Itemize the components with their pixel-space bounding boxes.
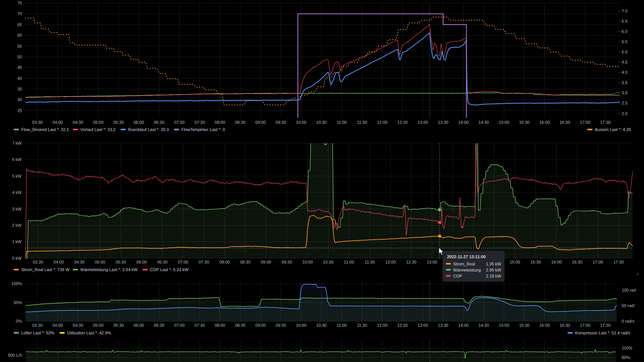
svg-text:0 rad/s: 0 rad/s xyxy=(622,319,635,323)
svg-text:Wärmeleistung: Wärmeleistung xyxy=(453,268,481,272)
svg-text:05:30: 05:30 xyxy=(113,120,124,125)
svg-text:40: 40 xyxy=(17,76,22,81)
svg-text:17:30: 17:30 xyxy=(613,260,624,264)
svg-text:12:00: 12:00 xyxy=(377,120,388,125)
svg-text:Lüfter Last *: 53%: Lüfter Last *: 53% xyxy=(21,331,55,335)
svg-text:08:30: 08:30 xyxy=(240,260,251,264)
svg-text:4.5: 4.5 xyxy=(622,60,627,64)
svg-text:12:00: 12:00 xyxy=(377,323,388,328)
svg-text:FlowTempHwc Last *: 0: FlowTempHwc Last *: 0 xyxy=(181,127,225,132)
svg-text:5.5: 5.5 xyxy=(622,39,627,44)
svg-text:100%: 100% xyxy=(622,346,632,350)
svg-text:17:00: 17:00 xyxy=(580,120,591,125)
svg-text:13:30: 13:30 xyxy=(438,323,449,328)
svg-text:15:00: 15:00 xyxy=(499,323,510,328)
svg-text:Aussen Last *: 4.29: Aussen Last *: 4.29 xyxy=(595,127,631,132)
svg-text:1 kW: 1 kW xyxy=(12,239,22,244)
svg-text:65: 65 xyxy=(17,22,22,27)
svg-text:08:00: 08:00 xyxy=(215,120,225,125)
svg-text:12:00: 12:00 xyxy=(385,260,396,264)
svg-text:03:30: 03:30 xyxy=(33,260,43,264)
svg-text:10:30: 10:30 xyxy=(316,323,327,328)
svg-text:Wärmeleistung Last *: 3.94 kW: Wärmeleistung Last *: 3.94 kW xyxy=(80,267,138,272)
svg-text:50: 50 xyxy=(17,55,22,59)
svg-text:05:00: 05:00 xyxy=(93,323,104,328)
svg-text:5 kW: 5 kW xyxy=(12,174,22,178)
svg-text:Vorlauf Last *: 33.2: Vorlauf Last *: 33.2 xyxy=(80,127,116,132)
svg-text:13:00: 13:00 xyxy=(417,323,428,328)
svg-text:17:30: 17:30 xyxy=(600,323,611,328)
svg-text:3.0: 3.0 xyxy=(622,90,627,95)
svg-text:08:00: 08:00 xyxy=(215,323,225,328)
svg-text:Flow_Desired Last *: 32.1: Flow_Desired Last *: 32.1 xyxy=(21,127,69,132)
svg-text:08:30: 08:30 xyxy=(235,323,245,328)
svg-text:0 kW: 0 kW xyxy=(12,256,22,261)
svg-text:2.18 kW: 2.18 kW xyxy=(486,274,502,278)
svg-text:80%: 80% xyxy=(622,355,630,360)
svg-text:09:00: 09:00 xyxy=(255,120,266,125)
svg-text:16:00: 16:00 xyxy=(539,323,550,328)
svg-text:70: 70 xyxy=(17,11,22,16)
svg-text:13:00: 13:00 xyxy=(417,120,428,125)
svg-text:07:00: 07:00 xyxy=(174,120,185,125)
svg-text:800 L/h: 800 L/h xyxy=(8,353,22,357)
svg-text:100 rad: 100 rad xyxy=(622,288,636,292)
svg-text:35: 35 xyxy=(17,87,22,91)
svg-text:50 rad/: 50 rad/ xyxy=(622,303,635,308)
svg-text:6.5: 6.5 xyxy=(622,19,627,23)
svg-text:7.0: 7.0 xyxy=(622,9,627,13)
svg-text:04:30: 04:30 xyxy=(74,260,85,264)
svg-text:07:00: 07:00 xyxy=(178,260,188,264)
svg-text:05:30: 05:30 xyxy=(113,323,124,328)
svg-text:14:00: 14:00 xyxy=(458,323,469,328)
svg-text:16:30: 16:30 xyxy=(560,323,570,328)
svg-text:03:30: 03:30 xyxy=(32,120,43,125)
svg-text:09:30: 09:30 xyxy=(276,323,286,328)
svg-text:10:00: 10:00 xyxy=(296,323,306,328)
svg-text:COP: COP xyxy=(453,274,462,278)
svg-text:07:00: 07:00 xyxy=(174,323,185,328)
svg-text:10:30: 10:30 xyxy=(316,120,327,125)
svg-text:14:00: 14:00 xyxy=(458,120,469,125)
svg-text:06:30: 06:30 xyxy=(154,323,164,328)
svg-text:04:30: 04:30 xyxy=(73,323,83,328)
svg-text:13:30: 13:30 xyxy=(438,120,449,125)
svg-text:50%: 50% xyxy=(14,300,22,305)
svg-text:5.0: 5.0 xyxy=(622,50,627,54)
svg-text:06:00: 06:00 xyxy=(136,260,147,264)
svg-text:25: 25 xyxy=(17,108,22,113)
svg-text:6.0: 6.0 xyxy=(622,29,627,34)
svg-text:2 kW: 2 kW xyxy=(12,223,22,228)
svg-text:09:30: 09:30 xyxy=(281,260,292,264)
svg-text:Strom_Real Last *: 739 W: Strom_Real Last *: 739 W xyxy=(21,267,70,272)
svg-text:07:30: 07:30 xyxy=(194,323,205,328)
svg-text:16:00: 16:00 xyxy=(539,120,550,125)
svg-text:11:00: 11:00 xyxy=(337,120,347,125)
svg-text:2.0: 2.0 xyxy=(622,111,627,116)
svg-text:15:30: 15:30 xyxy=(530,260,541,264)
svg-text:13:00: 13:00 xyxy=(427,260,437,264)
svg-text:10:00: 10:00 xyxy=(302,260,313,264)
svg-text:06:30: 06:30 xyxy=(157,260,168,264)
svg-text:07:30: 07:30 xyxy=(194,120,205,125)
svg-text:60: 60 xyxy=(17,33,22,37)
svg-text:17:00: 17:00 xyxy=(580,323,591,328)
svg-text:Kompressor Last *: 51.4 rad/s: Kompressor Last *: 51.4 rad/s xyxy=(575,331,630,335)
svg-text:16:30: 16:30 xyxy=(560,120,570,125)
svg-text:100%: 100% xyxy=(11,281,22,286)
svg-text:4 kW: 4 kW xyxy=(12,190,22,195)
svg-text:10:30: 10:30 xyxy=(323,260,334,264)
svg-text:55: 55 xyxy=(17,44,22,48)
svg-text:07:30: 07:30 xyxy=(199,260,209,264)
svg-text:08:30: 08:30 xyxy=(235,120,245,125)
svg-text:0%: 0% xyxy=(16,319,22,323)
svg-text:06:00: 06:00 xyxy=(134,323,144,328)
svg-text:08:00: 08:00 xyxy=(219,260,230,264)
svg-text:3.5: 3.5 xyxy=(622,80,627,85)
svg-text:3 kW: 3 kW xyxy=(12,207,22,211)
svg-text:14:30: 14:30 xyxy=(478,120,489,125)
svg-text:7 kW: 7 kW xyxy=(12,141,22,145)
svg-text:09:00: 09:00 xyxy=(261,260,271,264)
svg-text:04:00: 04:00 xyxy=(52,120,63,125)
svg-text:11:30: 11:30 xyxy=(357,120,367,125)
